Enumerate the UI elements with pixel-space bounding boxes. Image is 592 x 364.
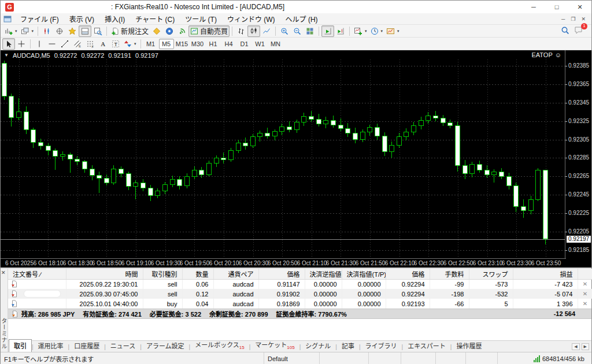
new-chart-button[interactable]: ▾	[2, 25, 19, 37]
new-order-button[interactable]: 新規注文	[109, 25, 150, 37]
market-watch-button[interactable]	[40, 25, 53, 37]
auto-scroll-button[interactable]	[321, 25, 334, 37]
bar-chart-button[interactable]	[235, 25, 247, 37]
timeframe-m1[interactable]: M1	[143, 39, 158, 49]
cursor-tool-button[interactable]	[2, 38, 15, 50]
navigator-button[interactable]	[66, 25, 79, 37]
horizontal-line-tool-button[interactable]	[46, 38, 58, 50]
timeframe-m5[interactable]: M5	[159, 39, 174, 49]
app-icon[interactable]: G	[5, 3, 14, 12]
timeframe-m30[interactable]: M30	[190, 39, 205, 49]
timeframe-w1[interactable]: W1	[253, 39, 268, 49]
tab-記事[interactable]: 記事	[337, 340, 359, 352]
menu-item-0[interactable]: ファイル (F)	[15, 14, 64, 25]
terminal-button[interactable]	[79, 25, 91, 37]
menu-item-2[interactable]: 挿入(I)	[99, 14, 130, 25]
data-window-button[interactable]	[53, 25, 66, 37]
timeframe-h4[interactable]: H4	[221, 39, 236, 49]
tab-scroll-right-icon[interactable]: ▶	[582, 343, 589, 350]
maximize-button[interactable]: □	[545, 1, 568, 13]
column-header-0[interactable]: 注文番号 ∕	[8, 269, 66, 279]
text-tool-button[interactable]: A	[97, 38, 109, 50]
timeframe-h1[interactable]: H1	[206, 39, 221, 49]
tab-アラーム設定[interactable]: アラーム設定	[142, 340, 189, 352]
chart-area[interactable]: ▼ AUDCAD,M5 0.92272 0.92272 0.92191 0.92…	[1, 50, 591, 268]
menu-item-5[interactable]: ウィンドウ (W)	[222, 14, 280, 25]
tab-エキスパート[interactable]: エキスパート	[403, 340, 450, 352]
tab-メールボックス[interactable]: メールボックス15	[190, 339, 249, 352]
line-chart-button[interactable]	[260, 25, 273, 37]
text-label-tool-button[interactable]: T	[109, 38, 122, 50]
column-header-8[interactable]: 価格	[386, 269, 430, 279]
order-cell: 0.92294	[386, 279, 430, 289]
order-row-0[interactable]: 2025.09.22 19:30:01sell0.06audcad0.91147…	[8, 279, 592, 289]
time-axis[interactable]: 6 Oct 20256 Oct 18:106 Oct 18:306 Oct 18…	[1, 258, 566, 268]
column-header-6[interactable]: 決済逆指値(S/...	[305, 269, 342, 279]
equidistant-channel-tool-button[interactable]: E	[71, 38, 84, 50]
tab-取引[interactable]: 取引	[9, 339, 32, 352]
chart-window-icon[interactable]	[3, 15, 12, 23]
chart-shift-button[interactable]	[334, 25, 347, 37]
order-cell: 0.06	[182, 279, 213, 289]
templates-button[interactable]: ▾	[384, 25, 401, 37]
vertical-line-tool-button[interactable]	[33, 38, 46, 50]
column-header-9[interactable]: 手数料	[430, 269, 469, 279]
menu-item-6[interactable]: ヘルプ (H)	[280, 14, 323, 25]
fibonacci-tool-button[interactable]: F	[84, 38, 97, 50]
mdi-minimize-button[interactable]: ─	[561, 16, 565, 22]
column-header-11[interactable]: 損益	[513, 269, 578, 279]
close-order-button[interactable]: ✕	[578, 289, 592, 299]
zoom-out-button[interactable]	[291, 25, 304, 37]
tab-ライブラリ[interactable]: ライブラリ	[361, 340, 402, 352]
ea-label[interactable]: EATOP ☺	[531, 51, 561, 58]
tab-運用比率[interactable]: 運用比率	[34, 340, 68, 352]
close-order-button[interactable]: ✕	[578, 299, 592, 309]
tab-scroll-left-icon[interactable]: ◀	[572, 343, 579, 350]
menu-item-1[interactable]: 表示 (V)	[64, 14, 99, 25]
tab-操作履歴[interactable]: 操作履歴	[452, 340, 486, 352]
minimize-button[interactable]: ─	[522, 1, 545, 13]
trendline-tool-button[interactable]	[58, 38, 71, 50]
terminal-close-icon[interactable]: ✕	[1, 270, 6, 276]
mdi-restore-button[interactable]: ❐	[571, 16, 575, 22]
column-header-3[interactable]: 数量	[182, 269, 213, 279]
tab-ニュース[interactable]: ニュース	[106, 340, 140, 352]
crosshair-tool-button[interactable]	[15, 38, 28, 50]
column-header-7[interactable]: 決済指値(T/P)	[342, 269, 386, 279]
timeframe-mn[interactable]: MN	[268, 39, 283, 49]
community-button[interactable]	[163, 25, 176, 37]
tab-シグナル[interactable]: シグナル	[301, 340, 335, 352]
timeframe-d1[interactable]: D1	[237, 39, 252, 49]
arrows-tool-button[interactable]: ▾	[122, 38, 138, 50]
column-header-4[interactable]: 通貨ペア	[213, 269, 258, 279]
column-header-5[interactable]: 価格	[258, 269, 305, 279]
order-row-2[interactable]: 2025.10.01 04:40:00buy0.04audcad0.918690…	[8, 299, 592, 309]
autotrading-button[interactable]: 自動売買	[188, 25, 230, 37]
profiles-button[interactable]: ▾	[19, 25, 36, 37]
search-icon[interactable]	[561, 26, 569, 36]
notifications-icon[interactable]: 1	[574, 26, 583, 36]
close-button[interactable]: ✕	[568, 1, 591, 13]
menu-item-4[interactable]: ツール (T)	[180, 14, 222, 25]
column-header-2[interactable]: 取引種別	[143, 269, 182, 279]
mdi-close-button[interactable]: ✕	[581, 16, 586, 22]
tab-マーケット[interactable]: マーケット105	[250, 339, 299, 352]
order-row-1[interactable]: 2025.09.30 07:45:00sell0.12audcad0.91902…	[8, 289, 592, 299]
periods-button[interactable]: ▾	[369, 25, 385, 37]
column-header-1[interactable]: 時間	[66, 269, 143, 279]
metaeditor-button[interactable]	[150, 25, 163, 37]
status-profile[interactable]: Default	[264, 352, 320, 364]
signals-button[interactable]	[176, 25, 188, 37]
timeframe-m15[interactable]: M15	[175, 39, 190, 49]
zoom-in-button[interactable]	[278, 25, 291, 37]
one-click-trading-arrow[interactable]: ▼	[4, 53, 9, 58]
tile-windows-button[interactable]	[304, 25, 316, 37]
close-order-button[interactable]: ✕	[578, 279, 592, 289]
column-header-10[interactable]: スワップ	[469, 269, 513, 279]
indicators-button[interactable]: ▾	[352, 25, 369, 37]
tab-口座履歴[interactable]: 口座履歴	[69, 340, 104, 352]
strategy-tester-button[interactable]	[91, 25, 104, 37]
menu-item-3[interactable]: チャート (C)	[130, 14, 180, 25]
candlestick-chart-button[interactable]	[247, 25, 260, 37]
price-axis[interactable]: 0.923850.923650.923450.923250.923050.922…	[565, 50, 591, 258]
